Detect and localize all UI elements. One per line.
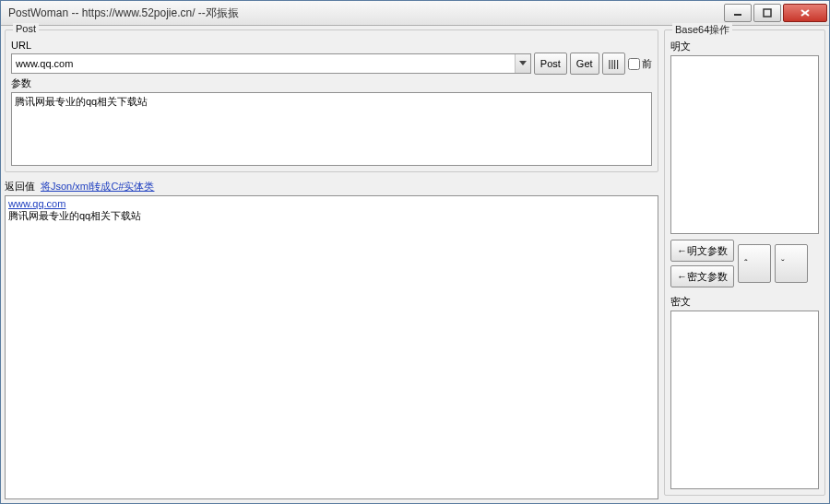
svg-rect-1 [764, 9, 771, 17]
post-button[interactable]: Post [534, 53, 567, 75]
url-input[interactable] [12, 54, 515, 73]
front-checkbox-label[interactable]: 前 [628, 57, 652, 71]
post-group: Post URL Post Get |||| 前 [5, 29, 658, 172]
plain-to-param-button[interactable]: ←明文参数 [670, 240, 734, 262]
get-button[interactable]: Get [570, 53, 599, 75]
base64-group: Base64操作 明文 ←明文参数 ←密文参数 ˆ ˇ 密文 [664, 29, 825, 496]
title-bar: PostWoman -- https://www.52pojie.cn/ --邓… [1, 1, 829, 26]
post-group-legend: Post [13, 23, 39, 34]
plaintext-textarea[interactable] [670, 55, 819, 234]
svg-marker-4 [519, 61, 527, 65]
base64-group-legend: Base64操作 [672, 23, 732, 37]
response-link[interactable]: www.qq.com [8, 198, 65, 209]
minimize-button[interactable] [724, 4, 752, 22]
chevron-down-icon [519, 61, 527, 66]
window-title: PostWoman -- https://www.52pojie.cn/ --邓… [1, 6, 239, 21]
clear-button[interactable]: |||| [602, 53, 625, 75]
json-to-entity-link[interactable]: 将Json/xml转成C#实体类 [41, 180, 154, 193]
url-dropdown-button[interactable] [515, 54, 530, 73]
params-textarea[interactable]: 腾讯网最专业的qq相关下载站 [11, 92, 652, 166]
cipher-to-param-button[interactable]: ←密文参数 [670, 265, 734, 287]
params-text: 腾讯网最专业的qq相关下载站 [15, 96, 148, 107]
front-checkbox[interactable] [628, 58, 640, 70]
url-label: URL [11, 40, 652, 51]
front-checkbox-text: 前 [642, 57, 652, 71]
url-combobox[interactable] [11, 53, 531, 74]
ciphertext-label: 密文 [670, 295, 819, 309]
response-textarea[interactable]: www.qq.com 腾讯网最专业的qq相关下载站 [5, 195, 658, 499]
plaintext-label: 明文 [670, 40, 819, 53]
close-button[interactable] [783, 4, 827, 22]
maximize-button[interactable] [753, 4, 781, 22]
response-text: 腾讯网最专业的qq相关下载站 [8, 210, 141, 221]
minimize-icon [733, 8, 742, 18]
return-label: 返回值 [5, 180, 35, 193]
params-label: 参数 [11, 76, 652, 90]
maximize-icon [763, 8, 772, 18]
close-icon [800, 8, 811, 18]
ciphertext-textarea[interactable] [670, 311, 819, 489]
encode-up-button[interactable]: ˆ [738, 244, 771, 283]
decode-down-button[interactable]: ˇ [775, 244, 808, 283]
